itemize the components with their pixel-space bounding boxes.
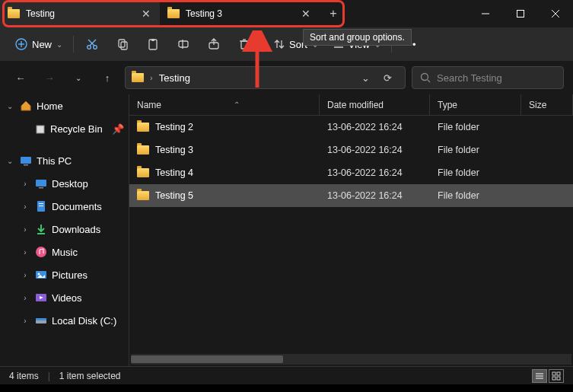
cut-button[interactable]	[77, 32, 107, 56]
chevron-right-icon[interactable]: ›	[20, 202, 30, 211]
copy-button[interactable]	[107, 32, 138, 56]
search-icon	[420, 72, 431, 83]
file-row[interactable]: Testing 513-06-2022 16:24File folder	[129, 184, 573, 207]
sidebar-item-label: Recycle Bin	[50, 123, 103, 135]
sidebar-item[interactable]: ›Downloads	[0, 218, 129, 241]
sidebar-item[interactable]: ›Documents	[0, 195, 129, 218]
up-button[interactable]: ↑	[96, 66, 119, 89]
delete-button[interactable]	[229, 32, 259, 56]
file-row[interactable]: Testing 213-06-2022 16:24File folder	[129, 116, 573, 139]
svg-point-24	[422, 74, 428, 81]
col-date[interactable]: Date modified	[320, 94, 430, 115]
close-icon[interactable]: ✕	[300, 8, 312, 20]
paste-icon	[147, 38, 159, 50]
svg-rect-32	[39, 203, 43, 204]
folder-icon	[132, 73, 144, 82]
svg-line-25	[428, 80, 430, 82]
chevron-right-icon[interactable]: ›	[20, 294, 30, 302]
details-view-button[interactable]	[532, 369, 547, 383]
pc-icon	[20, 155, 32, 167]
chevron-right-icon[interactable]: ›	[20, 180, 30, 188]
close-icon[interactable]: ✕	[140, 8, 152, 20]
tabs-area: Testing ✕ Testing 3 ✕ +	[0, 0, 347, 27]
separator: |	[48, 371, 50, 381]
drive-icon	[35, 246, 47, 258]
maximize-button[interactable]	[503, 0, 538, 27]
tab-label: Testing	[26, 8, 134, 19]
thumbnails-view-button[interactable]	[549, 369, 564, 383]
sidebar-item[interactable]: ›Pictures	[0, 263, 129, 286]
scrollbar-thumb[interactable]	[131, 355, 283, 363]
sidebar-item[interactable]: ›Videos	[0, 286, 129, 309]
rename-icon	[177, 38, 189, 50]
search-input[interactable]: Search Testing	[412, 66, 564, 89]
file-name: Testing 2	[155, 122, 193, 132]
tab-testing3[interactable]: Testing 3 ✕	[160, 0, 320, 27]
horizontal-scrollbar[interactable]	[131, 354, 571, 365]
sidebar-item-label: Videos	[52, 292, 82, 304]
content-area: Name⌃ Date modified Type Size Testing 21…	[129, 94, 573, 366]
titlebar: Testing ✕ Testing 3 ✕ +	[0, 0, 573, 27]
forward-button[interactable]: →	[38, 66, 61, 89]
svg-rect-12	[121, 42, 127, 49]
new-tab-button[interactable]: +	[320, 0, 347, 27]
share-icon	[208, 38, 220, 50]
separator	[73, 36, 74, 53]
file-row[interactable]: Testing 413-06-2022 16:24File folder	[129, 161, 573, 184]
trash-icon	[238, 38, 250, 50]
col-name[interactable]: Name⌃	[129, 94, 320, 115]
file-type: File folder	[430, 190, 521, 201]
file-date: 13-06-2022 16:24	[320, 167, 430, 178]
sidebar-item[interactable]: ›Local Disk (C:)	[0, 309, 129, 332]
new-button[interactable]: New ⌄	[8, 32, 70, 56]
new-label: New	[32, 39, 52, 50]
folder-icon	[167, 9, 180, 18]
tab-label: Testing 3	[186, 8, 294, 19]
chevron-down-icon[interactable]: ⌄	[361, 72, 370, 84]
svg-rect-14	[151, 39, 154, 41]
col-type[interactable]: Type	[430, 94, 521, 115]
minimize-button[interactable]	[468, 0, 503, 27]
sidebar-item[interactable]: ›Music	[0, 241, 129, 263]
drive-icon	[35, 177, 47, 190]
chevron-right-icon[interactable]: ›	[20, 271, 30, 279]
sidebar-item-label: Pictures	[52, 269, 88, 281]
plus-circle-icon	[15, 38, 27, 50]
separator	[263, 36, 263, 53]
rename-button[interactable]	[168, 32, 199, 56]
file-row[interactable]: Testing 313-06-2022 16:24File folder	[129, 139, 573, 161]
sidebar-item-label: Documents	[52, 201, 102, 212]
recent-dropdown[interactable]: ⌄	[67, 66, 90, 89]
sidebar-item-thispc[interactable]: ⌄This PC	[0, 149, 129, 172]
chevron-right-icon[interactable]: ›	[20, 317, 30, 325]
folder-icon	[137, 191, 149, 200]
file-date: 13-06-2022 16:24	[320, 190, 430, 201]
breadcrumb[interactable]: › Testing ⌄ ⟳	[125, 66, 406, 89]
share-button[interactable]	[199, 32, 229, 56]
chevron-right-icon[interactable]: ›	[20, 248, 30, 257]
sidebar-item[interactable]: ›Desktop	[0, 172, 129, 195]
svg-point-37	[38, 273, 40, 276]
chevron-right-icon[interactable]: ›	[20, 225, 30, 234]
refresh-button[interactable]: ⟳	[376, 72, 399, 84]
close-button[interactable]	[538, 0, 573, 27]
breadcrumb-current: Testing	[159, 72, 190, 84]
navigation-pane[interactable]: ⌄Home Recycle Bin📌 ⌄This PC ›Desktop›Doc…	[0, 94, 129, 366]
svg-rect-11	[119, 40, 125, 47]
svg-rect-1	[517, 11, 524, 18]
drive-icon	[35, 314, 47, 327]
home-icon	[20, 100, 32, 112]
back-button[interactable]: ←	[9, 66, 32, 89]
sidebar-item-home[interactable]: ⌄Home	[0, 94, 129, 117]
col-size[interactable]: Size	[521, 94, 573, 115]
file-name: Testing 3	[155, 145, 193, 155]
chevron-down-icon[interactable]: ⌄	[5, 157, 15, 165]
tab-testing[interactable]: Testing ✕	[0, 0, 160, 27]
chevron-down-icon[interactable]: ⌄	[5, 102, 15, 110]
copy-icon	[116, 38, 129, 50]
paste-button[interactable]	[138, 32, 168, 56]
window-controls	[468, 0, 573, 27]
sidebar-item-recycle[interactable]: Recycle Bin📌	[0, 117, 129, 140]
sidebar-item-label: Local Disk (C:)	[52, 315, 116, 327]
svg-rect-33	[39, 206, 43, 206]
